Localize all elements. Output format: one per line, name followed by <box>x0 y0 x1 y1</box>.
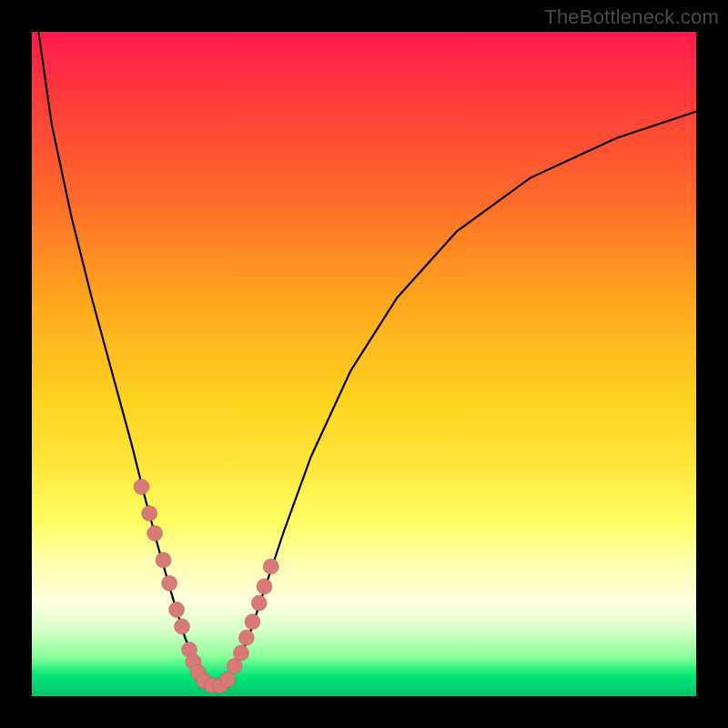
curve-dot <box>162 575 177 591</box>
curve-dot <box>263 559 278 574</box>
chart-svg <box>32 32 696 696</box>
curve-dot <box>175 619 190 634</box>
curve-dot <box>220 672 236 687</box>
curve-dots-group <box>134 480 278 693</box>
curve-dot <box>156 552 171 568</box>
curve-dot <box>245 614 260 630</box>
curve-dot <box>251 595 267 611</box>
chart-frame: TheBottleneck.com <box>0 0 728 728</box>
curve-dot <box>147 526 163 541</box>
curve-dot <box>257 579 272 594</box>
curve-dot <box>238 630 254 645</box>
plot-area <box>32 32 696 696</box>
curve-dot <box>134 480 149 495</box>
curve-dot <box>142 506 157 521</box>
bottleneck-curve <box>38 32 696 686</box>
curve-dot <box>169 602 185 618</box>
attribution-text: TheBottleneck.com <box>544 5 719 29</box>
curve-dot <box>233 645 248 661</box>
